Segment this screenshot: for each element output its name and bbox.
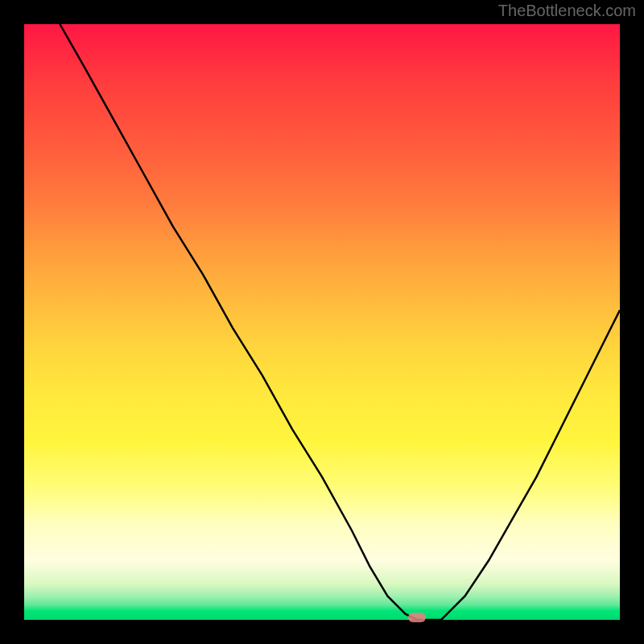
chart-curve [24, 24, 620, 620]
watermark-text: TheBottleneck.com [498, 2, 636, 20]
chart-plot-area [24, 24, 620, 620]
chart-marker [408, 613, 426, 622]
